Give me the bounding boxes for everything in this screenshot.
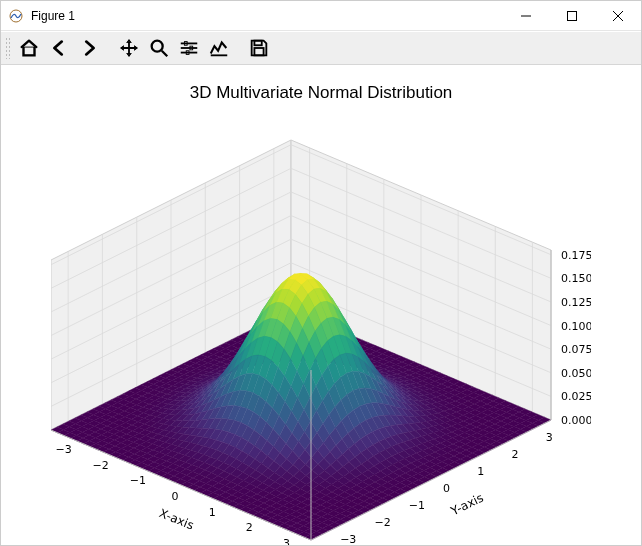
svg-line-6 xyxy=(162,51,168,57)
back-button[interactable] xyxy=(45,34,73,62)
svg-text:0.000: 0.000 xyxy=(561,414,591,427)
forward-button[interactable] xyxy=(75,34,103,62)
svg-text:−1: −1 xyxy=(409,499,425,512)
svg-text:0.150: 0.150 xyxy=(561,272,591,285)
svg-text:−1: −1 xyxy=(130,474,146,487)
svg-text:0.100: 0.100 xyxy=(561,320,591,333)
home-button[interactable] xyxy=(15,34,43,62)
plot-svg: −3−2−10123−3−2−101230.0000.0250.0500.075… xyxy=(51,125,591,545)
close-button[interactable] xyxy=(595,1,641,31)
toolbar xyxy=(1,31,641,65)
toolbar-grip xyxy=(5,37,10,59)
title-bar: Figure 1 xyxy=(1,1,641,31)
svg-rect-14 xyxy=(254,48,263,55)
axis-edit-button[interactable] xyxy=(205,34,233,62)
svg-point-5 xyxy=(152,41,163,52)
maximize-button[interactable] xyxy=(549,1,595,31)
svg-text:0.050: 0.050 xyxy=(561,367,591,380)
svg-text:0.025: 0.025 xyxy=(561,390,591,403)
svg-rect-2 xyxy=(568,11,577,20)
app-icon xyxy=(8,8,24,24)
zoom-button[interactable] xyxy=(145,34,173,62)
pan-button[interactable] xyxy=(115,34,143,62)
axes3d[interactable]: −3−2−10123−3−2−101230.0000.0250.0500.075… xyxy=(1,115,641,545)
svg-text:0.125: 0.125 xyxy=(561,296,591,309)
svg-text:3: 3 xyxy=(283,537,290,545)
subplots-button[interactable] xyxy=(175,34,203,62)
chart-title: 3D Multivariate Normal Distribution xyxy=(1,83,641,103)
svg-text:−2: −2 xyxy=(93,459,109,472)
svg-text:−2: −2 xyxy=(374,516,390,529)
svg-text:2: 2 xyxy=(512,448,519,461)
svg-text:1: 1 xyxy=(209,506,216,519)
svg-text:0.175: 0.175 xyxy=(561,249,591,262)
svg-text:1: 1 xyxy=(477,465,484,478)
minimize-button[interactable] xyxy=(503,1,549,31)
svg-text:2: 2 xyxy=(246,521,253,534)
svg-text:3: 3 xyxy=(546,431,553,444)
svg-text:−3: −3 xyxy=(340,533,356,545)
save-button[interactable] xyxy=(245,34,273,62)
svg-text:X-axis: X-axis xyxy=(157,506,196,532)
figure-window: Figure 1 xyxy=(0,0,642,546)
svg-text:−3: −3 xyxy=(55,443,71,456)
window-title: Figure 1 xyxy=(31,9,75,23)
svg-text:Y-axis: Y-axis xyxy=(448,491,486,519)
figure-canvas[interactable]: 3D Multivariate Normal Distribution −3−2… xyxy=(1,65,641,545)
svg-rect-13 xyxy=(254,41,261,46)
svg-text:0: 0 xyxy=(172,490,179,503)
svg-text:0: 0 xyxy=(443,482,450,495)
svg-text:0.075: 0.075 xyxy=(561,343,591,356)
